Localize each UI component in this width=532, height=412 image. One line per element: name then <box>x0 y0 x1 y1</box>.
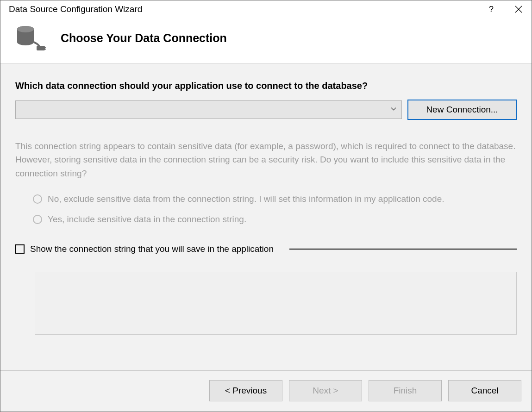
next-label: Next > <box>313 386 338 396</box>
wizard-window: Data Source Configuration Wizard ? <box>0 0 532 412</box>
radio-yes-include: Yes, include sensitive data in the conne… <box>33 214 517 225</box>
next-button: Next > <box>289 380 362 401</box>
show-connection-string-row: Show the connection string that you will… <box>15 244 517 254</box>
help-button[interactable]: ? <box>489 5 494 14</box>
sensitive-data-options: No, exclude sensitive data from the conn… <box>15 194 517 225</box>
wizard-footer: < Previous Next > Finish Cancel <box>0 370 532 412</box>
svg-rect-5 <box>43 47 46 48</box>
svg-rect-4 <box>37 46 45 50</box>
titlebar-controls: ? <box>489 5 525 14</box>
chevron-down-icon <box>390 105 397 113</box>
titlebar: Data Source Configuration Wizard ? <box>0 0 532 18</box>
show-connection-string-checkbox[interactable] <box>15 244 25 254</box>
close-button[interactable] <box>512 5 525 14</box>
close-icon <box>515 6 522 13</box>
question-label: Which data connection should your applic… <box>15 81 517 91</box>
cancel-label: Cancel <box>471 386 498 396</box>
show-connection-string-label: Show the connection string that you will… <box>30 244 274 254</box>
new-connection-label: New Connection... <box>426 105 498 115</box>
connection-dropdown[interactable] <box>15 100 402 119</box>
connection-row: New Connection... <box>15 100 517 120</box>
window-title: Data Source Configuration Wizard <box>9 4 142 14</box>
connection-string-textbox <box>35 272 517 335</box>
content-area: Which data connection should your applic… <box>0 64 532 370</box>
page-title: Choose Your Data Connection <box>61 31 227 45</box>
sensitive-data-info: This connection string appears to contai… <box>15 139 517 180</box>
new-connection-button[interactable]: New Connection... <box>407 100 517 120</box>
radio-no-label: No, exclude sensitive data from the conn… <box>48 194 444 204</box>
database-connection-icon <box>14 25 48 51</box>
svg-point-3 <box>17 26 34 32</box>
finish-button: Finish <box>369 380 442 401</box>
radio-no-exclude: No, exclude sensitive data from the conn… <box>33 194 517 204</box>
previous-button[interactable]: < Previous <box>209 380 282 401</box>
cancel-button[interactable]: Cancel <box>448 380 521 401</box>
radio-icon <box>33 194 42 204</box>
radio-yes-label: Yes, include sensitive data in the conne… <box>48 214 246 225</box>
expander-line <box>289 249 517 250</box>
previous-label: < Previous <box>225 386 267 396</box>
radio-icon <box>33 215 42 224</box>
wizard-header: Choose Your Data Connection <box>0 18 532 63</box>
finish-label: Finish <box>394 386 417 396</box>
svg-rect-6 <box>43 49 46 50</box>
